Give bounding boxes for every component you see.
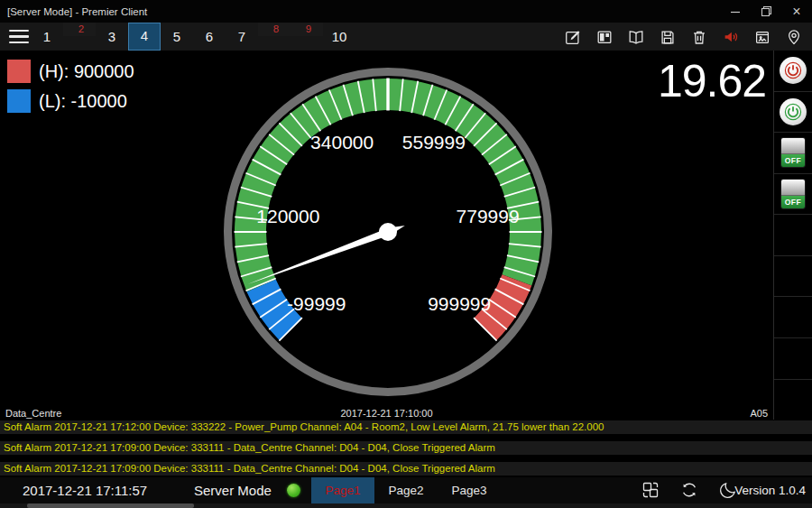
alarm-row[interactable]: Soft Alarm 2017-12-21 17:09:00 Device: 3… bbox=[0, 441, 812, 455]
location-icon[interactable] bbox=[785, 28, 803, 46]
restore-icon bbox=[761, 5, 772, 17]
toggle-state-label: OFF bbox=[781, 196, 805, 208]
gauge-tick-label: 779999 bbox=[457, 206, 520, 226]
alarm-row[interactable]: Soft Alarm 2017-12-21 17:12:00 Device: 3… bbox=[0, 420, 812, 434]
toggle-switch-1[interactable]: OFF bbox=[780, 137, 806, 168]
page-tab-3[interactable]: Page3 bbox=[438, 477, 501, 503]
toggle-switch-2[interactable]: OFF bbox=[780, 179, 806, 209]
control-sidebar: OFF OFF bbox=[774, 51, 812, 420]
edit-icon[interactable] bbox=[564, 28, 582, 46]
tab-7[interactable]: 7 bbox=[226, 23, 258, 51]
low-limit-label: (L): -10000 bbox=[39, 91, 127, 112]
title-bar: [Server Mode] - Premier Client × bbox=[0, 0, 812, 23]
sidebar-cell-3: OFF bbox=[774, 133, 812, 174]
alarm-list: Soft Alarm 2017-12-21 17:12:00 Device: 3… bbox=[0, 420, 812, 478]
status-clock: 2017-12-21 17:11:57 bbox=[23, 477, 147, 503]
status-actions bbox=[641, 480, 738, 500]
high-limit-swatch bbox=[7, 60, 31, 83]
power-green-button[interactable] bbox=[780, 98, 807, 125]
channel-label: A05 bbox=[750, 408, 768, 419]
window-title: [Server Mode] - Premier Client bbox=[0, 6, 720, 17]
power-icon bbox=[784, 61, 802, 79]
sidebar-cell-7 bbox=[774, 297, 812, 338]
gauge-tick-label: 559999 bbox=[402, 132, 466, 152]
legend-high: (H): 900000 bbox=[7, 58, 134, 85]
gauge-panel: (H): 900000 (L): -10000 19.62 -999991200… bbox=[0, 51, 774, 420]
sidebar-cell-4: OFF bbox=[774, 174, 812, 216]
close-button[interactable]: × bbox=[781, 0, 812, 23]
horizontal-scrollbar bbox=[0, 503, 812, 508]
toggle-state-label: OFF bbox=[781, 154, 805, 167]
page-tabs: Page1 Page2 Page3 bbox=[311, 477, 501, 503]
minimize-button[interactable] bbox=[720, 0, 751, 23]
tab-1[interactable]: 1 bbox=[31, 23, 63, 51]
sidebar-cell-5 bbox=[774, 215, 812, 256]
tab-2[interactable]: 2 bbox=[63, 23, 96, 36]
tab-9[interactable]: 9 bbox=[291, 23, 323, 36]
archive-icon[interactable] bbox=[753, 28, 771, 46]
page-tab-1[interactable]: Page1 bbox=[311, 477, 374, 503]
window-swap-icon[interactable] bbox=[641, 480, 660, 500]
screen-tabs: 1 2 3 4 5 6 7 8 9 10 bbox=[31, 23, 355, 51]
save-icon[interactable] bbox=[659, 28, 677, 46]
low-limit-swatch bbox=[7, 89, 31, 113]
gauge-tick-label: -99999 bbox=[287, 293, 346, 314]
toolbar-actions bbox=[564, 28, 812, 46]
layout-icon[interactable] bbox=[595, 28, 614, 46]
server-mode-label: Server Mode bbox=[194, 477, 272, 503]
sync-icon[interactable] bbox=[679, 480, 699, 500]
tab-6[interactable]: 6 bbox=[193, 23, 226, 51]
legend-low: (L): -10000 bbox=[7, 88, 134, 115]
power-red-button[interactable] bbox=[780, 57, 807, 84]
gauge-tick-label: 120000 bbox=[256, 206, 319, 226]
alarm-row[interactable]: Soft Alarm 2017-12-21 17:09:00 Device: 3… bbox=[0, 462, 812, 476]
gauge-hub bbox=[379, 223, 397, 241]
scrollbar-thumb[interactable] bbox=[27, 503, 194, 508]
power-icon bbox=[784, 103, 802, 121]
toolbar: 1 2 3 4 5 6 7 8 9 10 bbox=[0, 23, 812, 51]
sidebar-cell-1 bbox=[774, 51, 812, 92]
status-led bbox=[287, 484, 300, 497]
sidebar-cell-9 bbox=[774, 380, 812, 420]
menu-icon[interactable] bbox=[9, 30, 29, 44]
trash-icon[interactable] bbox=[690, 28, 708, 46]
speaker-icon[interactable] bbox=[722, 28, 740, 46]
gauge-tick-label: 999999 bbox=[428, 293, 491, 314]
minimize-icon bbox=[730, 6, 741, 17]
status-bar: 2017-12-21 17:11:57 Server Mode Page1 Pa… bbox=[0, 477, 812, 503]
gauge-normal-zone bbox=[251, 95, 526, 286]
current-value: 19.62 bbox=[658, 58, 766, 106]
sidebar-cell-8 bbox=[774, 338, 812, 380]
version-label: Version 1.0.4 bbox=[734, 477, 806, 503]
panel-info-row: Data_Centre 2017-12-21 17:10:00 A05 bbox=[0, 406, 773, 419]
toggle-rocker bbox=[781, 180, 805, 196]
sidebar-cell-2 bbox=[774, 92, 812, 134]
maximize-button[interactable] bbox=[751, 0, 781, 23]
tab-5[interactable]: 5 bbox=[161, 23, 193, 51]
gauge-legend: (H): 900000 (L): -10000 bbox=[7, 58, 134, 117]
tab-3[interactable]: 3 bbox=[96, 23, 128, 51]
tab-8[interactable]: 8 bbox=[258, 23, 291, 36]
gauge-timestamp: 2017-12-21 17:10:00 bbox=[0, 408, 773, 419]
tab-10[interactable]: 10 bbox=[323, 23, 355, 51]
book-icon[interactable] bbox=[627, 28, 645, 46]
toggle-rocker bbox=[781, 138, 805, 154]
high-limit-label: (H): 900000 bbox=[39, 61, 134, 82]
sidebar-cell-6 bbox=[774, 256, 812, 298]
tab-4[interactable]: 4 bbox=[128, 23, 161, 51]
gauge-tick-label: 340000 bbox=[310, 132, 374, 152]
page-tab-2[interactable]: Page2 bbox=[374, 477, 438, 503]
